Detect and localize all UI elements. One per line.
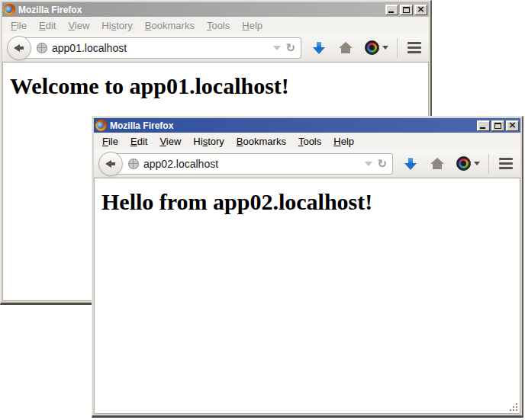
page-heading: Welcome to app01.localhost! [10, 73, 428, 99]
menu-history[interactable]: History [95, 18, 138, 33]
url-bar[interactable]: app01.localhost [19, 37, 301, 59]
home-button[interactable] [325, 42, 353, 54]
maximize-button[interactable] [491, 120, 504, 131]
page-heading: Hello from app02.localhost! [101, 189, 520, 215]
maximize-button[interactable] [400, 5, 413, 15]
minimize-button[interactable] [385, 5, 398, 15]
download-icon [404, 157, 417, 171]
app-menu-button[interactable] [406, 40, 423, 55]
back-arrow-icon [105, 160, 116, 168]
menu-edit[interactable]: Edit [124, 134, 153, 149]
back-arrow-icon [14, 44, 24, 52]
urlbar-dropdown-icon[interactable] [365, 162, 372, 166]
window-title: Mozilla Firefox [18, 5, 382, 15]
desktop: Mozilla Firefox File Edit View History B… [0, 0, 525, 420]
chevron-down-icon [382, 46, 388, 50]
site-identity-globe-icon[interactable] [37, 43, 47, 53]
minimize-button[interactable] [477, 120, 490, 131]
window-controls [385, 5, 427, 15]
download-button[interactable] [393, 157, 417, 171]
menu-bookmarks[interactable]: Bookmarks [230, 134, 292, 149]
menu-bookmarks[interactable]: Bookmarks [139, 18, 201, 33]
addon-button[interactable] [365, 40, 388, 55]
close-button[interactable] [414, 5, 427, 15]
page-content-app02: Hello from app02.localhost! [94, 178, 520, 414]
navigation-toolbar: app01.localhost [2, 34, 429, 63]
menu-help[interactable]: Help [236, 18, 269, 33]
menu-bar: File Edit View History Bookmarks Tools H… [94, 133, 520, 149]
download-icon [313, 41, 325, 55]
menu-bar: File Edit View History Bookmarks Tools H… [2, 17, 429, 34]
reload-icon[interactable] [285, 41, 295, 55]
back-button[interactable] [7, 36, 31, 60]
addon-button[interactable] [456, 156, 480, 171]
menu-file[interactable]: File [5, 18, 33, 33]
firefox-window-app02: Mozilla Firefox File Edit View History B… [92, 116, 523, 418]
toolbar-separator [397, 38, 398, 58]
resize-grip[interactable] [508, 402, 519, 412]
close-button[interactable] [506, 120, 519, 131]
titlebar-app02[interactable]: Mozilla Firefox [94, 118, 520, 133]
menu-tools[interactable]: Tools [292, 134, 327, 149]
menu-file[interactable]: File [96, 134, 124, 149]
app-menu-button[interactable] [498, 156, 514, 171]
url-bar[interactable]: app02.localhost [111, 153, 393, 175]
menu-history[interactable]: History [187, 134, 230, 149]
menu-edit[interactable]: Edit [33, 18, 62, 33]
url-text: app01.localhost [52, 42, 127, 54]
menu-tools[interactable]: Tools [201, 18, 236, 33]
window-controls [477, 120, 519, 131]
navigation-toolbar: app02.localhost [94, 149, 520, 178]
back-button[interactable] [98, 152, 123, 176]
addon-color-wheel-icon [456, 156, 471, 171]
titlebar-app01[interactable]: Mozilla Firefox [2, 2, 429, 17]
chevron-down-icon [474, 162, 480, 165]
window-title: Mozilla Firefox [110, 120, 474, 131]
site-identity-globe-icon[interactable] [128, 159, 139, 169]
menu-view[interactable]: View [153, 134, 187, 149]
home-icon [430, 158, 444, 170]
home-icon [339, 42, 353, 54]
urlbar-dropdown-icon[interactable] [273, 46, 281, 50]
firefox-icon[interactable] [95, 120, 107, 131]
menu-help[interactable]: Help [327, 134, 360, 149]
url-text: app02.localhost [143, 158, 218, 170]
hamburger-icon [499, 158, 513, 160]
download-button[interactable] [301, 41, 325, 55]
home-button[interactable] [417, 158, 444, 170]
addon-color-wheel-icon [365, 40, 379, 55]
firefox-icon[interactable] [4, 4, 15, 15]
toolbar-separator [488, 154, 489, 174]
menu-view[interactable]: View [62, 18, 95, 33]
hamburger-icon [407, 42, 421, 44]
reload-icon[interactable] [377, 157, 387, 171]
